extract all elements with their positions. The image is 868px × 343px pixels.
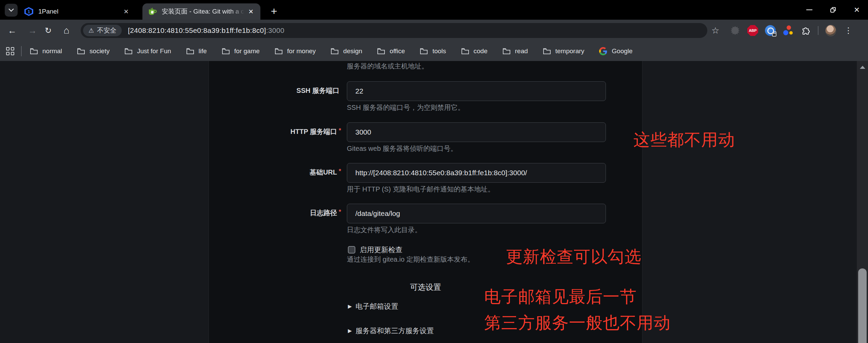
molecule-extension-icon[interactable] xyxy=(783,25,793,36)
security-label: 不安全 xyxy=(97,26,116,35)
url-text[interactable]: [2408:8210:4810:55e0:8a39:b1ff:fe1b:8c0]… xyxy=(128,26,284,35)
annotation-third-party: 第三方服务一般也不用动 xyxy=(484,314,671,332)
tab-gitea-install-active[interactable]: 安装页面 - Gitea: Git with a cu × xyxy=(142,3,260,20)
window-restore-button[interactable] xyxy=(826,3,840,17)
bookmark-folder-for-game[interactable]: for game xyxy=(222,47,260,55)
ssh-port-label: SSH 服务端口 xyxy=(209,86,341,95)
bookmark-folder-society[interactable]: society xyxy=(77,47,110,55)
collapse-triangle-icon: ▶ xyxy=(348,328,352,334)
gitea-favicon-icon xyxy=(147,6,157,17)
bookmark-folder-temporary[interactable]: temporary xyxy=(543,47,585,55)
window-minimize-button[interactable] xyxy=(802,3,816,17)
bookmark-folder-office[interactable]: office xyxy=(377,47,405,55)
folder-icon xyxy=(543,48,551,55)
tab-search-button[interactable] xyxy=(5,4,18,17)
home-button[interactable]: ⌂ xyxy=(60,24,73,37)
titlebar: 1 1Panel × 安装页面 - Gitea: Git with a cu ×… xyxy=(0,0,868,20)
window-close-button[interactable]: × xyxy=(850,3,864,17)
extensions-puzzle-icon[interactable] xyxy=(800,25,811,36)
log-path-input[interactable] xyxy=(347,204,606,223)
tab-1panel[interactable]: 1 1Panel × xyxy=(19,3,136,20)
update-check-checkbox[interactable] xyxy=(348,246,355,254)
base-url-input[interactable] xyxy=(347,163,606,183)
bookmark-star-icon[interactable]: ☆ xyxy=(709,24,722,37)
tab-close-icon[interactable]: × xyxy=(121,7,131,16)
gitea-install-page: 服务器的域名或主机地址。 SSH 服务端口 SSH 服务器的端口号，为空则禁用它… xyxy=(0,61,868,343)
folder-icon xyxy=(124,48,133,55)
not-secure-warning-icon: ⚠ xyxy=(88,27,94,34)
bookmark-folder-code[interactable]: code xyxy=(461,47,488,55)
log-path-label: 日志路径* xyxy=(209,208,341,218)
update-check-help: 通过连接到 gitea.io 定期检查新版本发布。 xyxy=(347,255,474,264)
restore-icon xyxy=(830,7,836,13)
bookmark-folder-design[interactable]: design xyxy=(331,47,362,55)
bookmark-folder-life[interactable]: life xyxy=(186,47,207,55)
folder-icon xyxy=(30,48,38,55)
folder-icon xyxy=(331,48,339,55)
browser-window: 1 1Panel × 安装页面 - Gitea: Git with a cu ×… xyxy=(0,0,868,343)
base-url-label: 基础URL* xyxy=(209,168,341,177)
forward-button[interactable]: → xyxy=(26,24,39,37)
bookmark-google[interactable]: Google xyxy=(599,47,632,55)
bookmark-folder-tools[interactable]: tools xyxy=(420,47,446,55)
1panel-favicon-icon: 1 xyxy=(24,6,34,17)
new-tab-button[interactable]: + xyxy=(267,4,281,18)
http-port-label: HTTP 服务端口* xyxy=(209,127,341,136)
domain-help-text: 服务器的域名或主机地址。 xyxy=(347,62,428,71)
address-bar[interactable]: ⚠ 不安全 [2408:8210:4810:55e0:8a39:b1ff:fe1… xyxy=(81,23,707,38)
bookmarks-bar: normal society Just for Fun life for gam… xyxy=(0,41,868,61)
apps-grid-icon[interactable] xyxy=(6,47,14,55)
password-manager-icon[interactable] xyxy=(765,25,776,36)
folder-icon xyxy=(420,48,428,55)
chevron-down-icon xyxy=(8,8,14,12)
adblock-plus-icon[interactable]: ABP xyxy=(747,25,758,36)
folder-icon xyxy=(461,48,469,55)
folder-icon xyxy=(377,48,385,55)
http-port-help: Giteas web 服务器将侦听的端口号。 xyxy=(347,144,457,153)
server-third-party-collapser[interactable]: ▶ 服务器和第三方服务设置 xyxy=(348,326,434,336)
annotation-email-last-section: 电子邮箱见最后一节 xyxy=(484,288,637,306)
email-settings-collapser[interactable]: ▶ 电子邮箱设置 xyxy=(348,302,398,311)
extension-dimmed-icon[interactable] xyxy=(730,25,741,36)
security-chip[interactable]: ⚠ 不安全 xyxy=(83,25,122,36)
ssh-port-input[interactable] xyxy=(347,81,606,101)
annotation-no-change-needed: 这些都不用动 xyxy=(633,131,735,149)
back-button[interactable]: ← xyxy=(5,24,19,37)
scrollbar-up-arrow-icon[interactable] xyxy=(860,66,865,69)
log-path-help: 日志文件将写入此目录。 xyxy=(347,225,421,235)
folder-icon xyxy=(186,48,194,55)
bookmark-folder-for-money[interactable]: for money xyxy=(275,47,316,55)
tab-title: 1Panel xyxy=(38,8,121,15)
folder-icon xyxy=(77,48,85,55)
toolbar-separator xyxy=(818,26,818,35)
url-port: :3000 xyxy=(266,26,284,34)
url-host: [2408:8210:4810:55e0:8a39:b1ff:fe1b:8c0] xyxy=(128,26,266,34)
folder-icon xyxy=(222,48,230,55)
update-check-label: 启用更新检查 xyxy=(360,245,402,255)
http-port-input[interactable] xyxy=(347,122,606,142)
folder-icon xyxy=(502,48,511,55)
tab-close-icon[interactable]: × xyxy=(246,7,256,16)
annotation-update-check: 更新检查可以勾选 xyxy=(506,248,642,266)
page-scrollbar[interactable] xyxy=(857,61,868,343)
reload-button[interactable]: ↻ xyxy=(41,24,55,37)
ssh-port-help: SSH 服务器的端口号，为空则禁用它。 xyxy=(347,103,465,112)
extensions-area: ABP ⋮ xyxy=(730,20,854,41)
collapse-triangle-icon: ▶ xyxy=(348,303,352,309)
base-url-help: 用于 HTTP (S) 克隆和电子邮件通知的基本地址。 xyxy=(347,185,494,194)
bookmarks-separator xyxy=(21,46,22,56)
bookmark-folder-just-for-fun[interactable]: Just for Fun xyxy=(124,47,171,55)
browser-menu-button[interactable]: ⋮ xyxy=(843,25,854,36)
google-icon xyxy=(599,47,607,55)
bookmark-folder-normal[interactable]: normal xyxy=(30,47,62,55)
tab-title: 安装页面 - Gitea: Git with a cu xyxy=(162,7,246,16)
update-check-row: 启用更新检查 xyxy=(348,245,402,255)
bookmark-folder-read[interactable]: read xyxy=(502,47,528,55)
folder-icon xyxy=(275,48,283,55)
scrollbar-thumb[interactable] xyxy=(858,268,867,343)
profile-avatar[interactable] xyxy=(825,25,836,36)
